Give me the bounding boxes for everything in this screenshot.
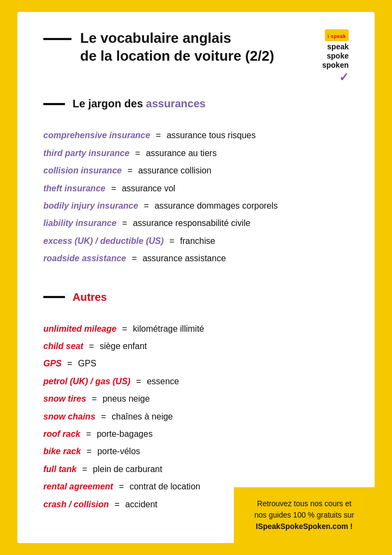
vocab-equals: = [120, 324, 129, 333]
vocab-english: crash / collision [43, 500, 109, 509]
vocab-french: porte-bagages [97, 429, 153, 438]
logo-text: speak spoke spoken [322, 42, 349, 69]
vocab-list-autres: unlimited mileage = kilométrage illimité… [43, 323, 349, 511]
section-title-autres: Autres [73, 291, 107, 304]
logo-badge: i speak [325, 29, 349, 41]
vocab-french: assurance tous risques [167, 131, 256, 140]
logo-check-icon: ✓ [339, 70, 349, 85]
section-decorative-line [43, 103, 65, 105]
main-card: Le vocabulaire anglais de la location de… [17, 12, 375, 543]
section-header-assurances: Le jargon des assurances [43, 98, 349, 110]
list-item: roadside assistance = assurance assistan… [43, 253, 349, 264]
vocab-equals: = [112, 500, 122, 509]
vocab-equals: = [83, 429, 93, 438]
cta-box: Retrouvez tous nos cours et nos guides 1… [234, 487, 375, 543]
list-item: excess (UK) / deductible (US) = franchis… [43, 235, 349, 247]
logo-area: i speak speak spoke spoken ✓ [295, 29, 349, 85]
vocab-equals: = [133, 149, 142, 158]
vocab-equals: = [99, 412, 108, 421]
vocab-equals: = [153, 131, 163, 140]
vocab-english: bodily injury insurance [43, 201, 138, 210]
vocab-french: plein de carburant [93, 464, 162, 474]
vocab-french: accident [125, 500, 158, 509]
list-item: roof rack = porte-bagages [43, 428, 349, 440]
vocab-english: comprehensive insurance [43, 131, 150, 140]
vocab-english: full tank [43, 464, 76, 474]
vocab-equals: = [89, 394, 99, 403]
vocab-equals: = [134, 377, 143, 386]
vocab-list-assurances: comprehensive insurance = assurance tous… [43, 130, 349, 264]
header-decorative-line [43, 38, 71, 40]
list-item: unlimited mileage = kilométrage illimité [43, 323, 349, 335]
vocab-french: siège enfant [100, 341, 147, 351]
vocab-english: roadside assistance [43, 254, 126, 263]
vocab-equals: = [84, 447, 94, 456]
vocab-english: unlimited mileage [43, 324, 116, 333]
spacer [43, 123, 349, 130]
list-item: third party insurance = assurance au tie… [43, 147, 349, 159]
list-item: bike rack = porte-vélos [43, 446, 349, 457]
vocab-french: franchise [180, 236, 215, 246]
vocab-equals: = [125, 166, 135, 175]
vocab-english: snow chains [43, 412, 95, 421]
list-item: snow chains = chaînes à neige [43, 411, 349, 423]
vocab-french: pneus neige [102, 394, 149, 403]
vocab-equals: = [65, 359, 75, 368]
vocab-english: third party insurance [43, 149, 129, 158]
vocab-french: assurance responsabilité civile [133, 218, 250, 228]
list-item: bodily injury insurance = assurance domm… [43, 200, 349, 212]
cta-text: Retrouvez tous nos cours et nos guides 1… [247, 498, 362, 532]
list-item: child seat = siège enfant [43, 340, 349, 352]
vocab-equals: = [87, 341, 96, 351]
vocab-english: snow tires [43, 394, 86, 403]
header-left: Le vocabulaire anglais de la location de… [43, 29, 274, 64]
section-title-assurances: Le jargon des assurances [73, 98, 206, 110]
vocab-english: GPS [43, 359, 62, 368]
spacer [43, 280, 349, 291]
vocab-french: assurance collision [138, 166, 211, 175]
vocab-french: essence [147, 377, 179, 386]
spacer [43, 317, 349, 323]
vocab-french: assurance dommages corporels [154, 201, 278, 210]
vocab-english: petrol (UK) / gas (US) [43, 377, 130, 386]
vocab-equals: = [80, 464, 89, 474]
list-item: GPS = GPS [43, 358, 349, 370]
section-header-autres: Autres [43, 291, 349, 304]
vocab-equals: = [141, 201, 151, 210]
vocab-french: kilométrage illimité [133, 324, 204, 333]
cta-link[interactable]: ISpeakSpokeSpoken.com ! [256, 522, 353, 531]
vocab-english: rental agreement [43, 482, 113, 491]
list-item: petrol (UK) / gas (US) = essence [43, 376, 349, 388]
vocab-english: liability insurance [43, 218, 116, 228]
vocab-french: porte-vélos [97, 447, 140, 456]
vocab-english: child seat [43, 341, 83, 351]
list-item: full tank = plein de carburant [43, 463, 349, 475]
vocab-french: assurance au tiers [146, 149, 217, 158]
vocab-french: contrat de location [129, 482, 200, 491]
page-title: Le vocabulaire anglais de la location de… [80, 29, 274, 64]
section-decorative-line [43, 296, 65, 298]
vocab-french: assurance assistance [142, 254, 226, 263]
vocab-equals: = [116, 482, 126, 491]
vocab-english: collision insurance [43, 166, 122, 175]
list-item: theft insurance = assurance vol [43, 183, 349, 195]
vocab-french: GPS [78, 359, 96, 368]
vocab-french: assurance vol [122, 184, 175, 193]
list-item: collision insurance = assurance collisio… [43, 165, 349, 177]
vocab-equals: = [167, 236, 177, 246]
vocab-english: excess (UK) / deductible (US) [43, 236, 164, 246]
list-item: snow tires = pneus neige [43, 393, 349, 405]
list-item: liability insurance = assurance responsa… [43, 217, 349, 229]
vocab-equals: = [129, 254, 139, 263]
vocab-equals: = [109, 184, 119, 193]
vocab-equals: = [120, 218, 129, 228]
logo-badge-text: i speak [328, 34, 346, 39]
vocab-english: bike rack [43, 447, 81, 456]
vocab-english: roof rack [43, 429, 80, 438]
vocab-english: theft insurance [43, 184, 106, 193]
list-item: comprehensive insurance = assurance tous… [43, 130, 349, 141]
header: Le vocabulaire anglais de la location de… [43, 29, 349, 85]
vocab-french: chaînes à neige [112, 412, 173, 421]
